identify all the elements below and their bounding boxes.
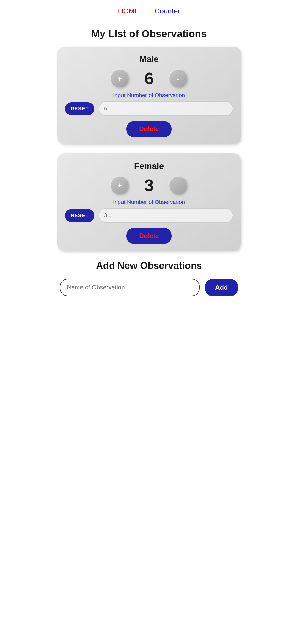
counter-value-female: 3 — [139, 176, 159, 195]
add-section-title: Add New Observations — [60, 260, 238, 271]
counter-row-female: + 3 - — [65, 176, 233, 195]
add-section: Add New Observations Add — [57, 260, 241, 296]
obs-card-female: Female + 3 - Input Number of Observation… — [57, 153, 241, 251]
delete-button-female[interactable]: Delete — [126, 228, 172, 244]
delete-row-female: Delete — [65, 228, 233, 244]
delete-row-male: Delete — [65, 121, 233, 137]
add-observation-button[interactable]: Add — [205, 279, 238, 296]
minus-button-male[interactable]: - — [169, 70, 187, 87]
obs-input-female[interactable] — [99, 208, 233, 223]
delete-button-male[interactable]: Delete — [126, 121, 172, 137]
obs-card-male: Male + 6 - Input Number of Observation R… — [57, 47, 241, 144]
nav-bar: HOME Counter — [57, 0, 241, 20]
obs-name-male: Male — [65, 54, 233, 64]
counter-row-male: + 6 - — [65, 69, 233, 88]
reset-input-row-female: RESET — [65, 208, 233, 223]
obs-name-female: Female — [65, 161, 233, 171]
minus-button-female[interactable]: - — [169, 177, 187, 194]
page-title: My LIst of Observations — [57, 28, 241, 39]
nav-counter-link[interactable]: Counter — [155, 7, 180, 15]
plus-button-female[interactable]: + — [111, 177, 129, 194]
reset-input-row-male: RESET — [65, 101, 233, 116]
add-row: Add — [60, 279, 238, 296]
reset-button-female[interactable]: RESET — [65, 209, 94, 222]
obs-input-male[interactable] — [99, 101, 233, 116]
add-observation-input[interactable] — [60, 279, 200, 296]
reset-button-male[interactable]: RESET — [65, 102, 94, 115]
counter-value-male: 6 — [139, 69, 159, 88]
input-label-male: Input Number of Observation — [65, 92, 233, 99]
input-label-female: Input Number of Observation — [65, 199, 233, 206]
nav-home-link[interactable]: HOME — [118, 7, 139, 15]
cards-container: Male + 6 - Input Number of Observation R… — [57, 47, 241, 251]
plus-button-male[interactable]: + — [111, 70, 129, 87]
